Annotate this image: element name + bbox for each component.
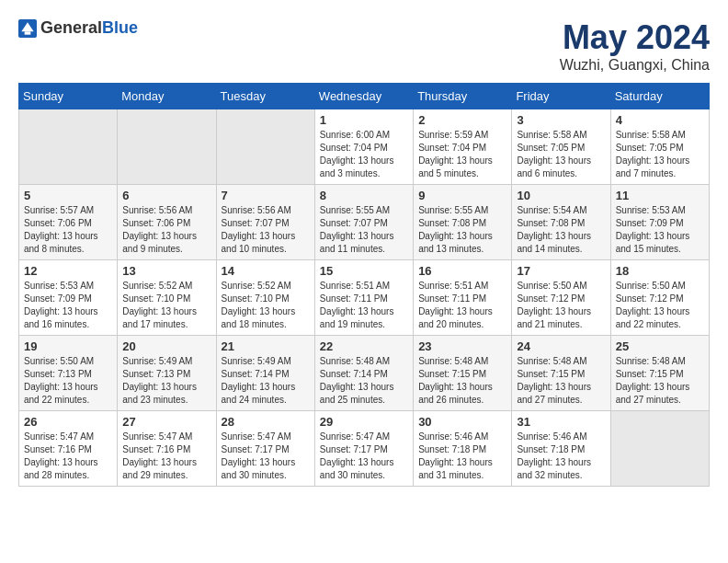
day-info: Sunrise: 5:51 AMSunset: 7:11 PMDaylight:…: [320, 280, 408, 331]
day-number: 20: [122, 339, 210, 353]
calendar-week-row: 12Sunrise: 5:53 AMSunset: 7:09 PMDayligh…: [19, 260, 710, 336]
calendar-cell: 14Sunrise: 5:52 AMSunset: 7:10 PMDayligh…: [216, 260, 314, 336]
day-number: 16: [418, 264, 506, 278]
day-number: 13: [122, 264, 210, 278]
weekday-header-thursday: Thursday: [414, 84, 512, 109]
day-info: Sunrise: 5:52 AMSunset: 7:10 PMDaylight:…: [122, 280, 210, 331]
calendar-cell: 31Sunrise: 5:46 AMSunset: 7:18 PMDayligh…: [512, 411, 610, 487]
calendar-cell: 6Sunrise: 5:56 AMSunset: 7:06 PMDaylight…: [118, 185, 216, 260]
calendar-cell: 5Sunrise: 5:57 AMSunset: 7:06 PMDaylight…: [19, 185, 118, 260]
day-number: 7: [222, 189, 310, 202]
calendar-cell: 3Sunrise: 5:58 AMSunset: 7:05 PMDaylight…: [512, 109, 610, 185]
calendar-cell: 17Sunrise: 5:50 AMSunset: 7:12 PMDayligh…: [512, 260, 610, 336]
day-info: Sunrise: 5:59 AMSunset: 7:04 PMDaylight:…: [418, 129, 506, 180]
day-info: Sunrise: 5:50 AMSunset: 7:12 PMDaylight:…: [616, 280, 704, 331]
weekday-header-row: SundayMondayTuesdayWednesdayThursdayFrid…: [19, 84, 710, 109]
calendar-cell: 25Sunrise: 5:48 AMSunset: 7:15 PMDayligh…: [610, 336, 709, 411]
weekday-header-monday: Monday: [118, 84, 216, 109]
day-info: Sunrise: 5:58 AMSunset: 7:05 PMDaylight:…: [517, 129, 605, 180]
calendar-cell: 7Sunrise: 5:56 AMSunset: 7:07 PMDaylight…: [216, 185, 314, 260]
day-info: Sunrise: 5:50 AMSunset: 7:13 PMDaylight:…: [24, 355, 112, 407]
calendar-week-row: 5Sunrise: 5:57 AMSunset: 7:06 PMDaylight…: [19, 185, 710, 260]
logo: GeneralBlue: [18, 18, 138, 38]
day-info: Sunrise: 5:47 AMSunset: 7:16 PMDaylight:…: [122, 431, 210, 482]
calendar-cell: 8Sunrise: 5:55 AMSunset: 7:07 PMDaylight…: [314, 185, 413, 260]
day-number: 28: [222, 415, 310, 429]
page-header: GeneralBlue May 2024 Wuzhi, Guangxi, Chi…: [18, 18, 710, 74]
day-number: 14: [222, 264, 310, 278]
weekday-header-sunday: Sunday: [19, 84, 118, 109]
calendar-cell: [19, 109, 118, 185]
day-number: 12: [24, 264, 112, 278]
day-info: Sunrise: 5:49 AMSunset: 7:13 PMDaylight:…: [122, 355, 210, 407]
day-info: Sunrise: 5:55 AMSunset: 7:08 PMDaylight:…: [418, 204, 506, 256]
day-number: 2: [418, 113, 506, 127]
day-number: 22: [320, 339, 408, 353]
calendar-cell: 26Sunrise: 5:47 AMSunset: 7:16 PMDayligh…: [19, 411, 118, 487]
day-info: Sunrise: 5:57 AMSunset: 7:06 PMDaylight:…: [24, 204, 112, 256]
calendar-cell: 18Sunrise: 5:50 AMSunset: 7:12 PMDayligh…: [610, 260, 709, 336]
calendar-cell: 21Sunrise: 5:49 AMSunset: 7:14 PMDayligh…: [216, 336, 314, 411]
calendar-cell: 16Sunrise: 5:51 AMSunset: 7:11 PMDayligh…: [414, 260, 512, 336]
calendar-cell: 19Sunrise: 5:50 AMSunset: 7:13 PMDayligh…: [19, 336, 118, 411]
day-number: 21: [222, 339, 310, 353]
weekday-header-wednesday: Wednesday: [314, 84, 413, 109]
day-info: Sunrise: 5:48 AMSunset: 7:14 PMDaylight:…: [320, 355, 408, 407]
calendar-cell: 23Sunrise: 5:48 AMSunset: 7:15 PMDayligh…: [414, 336, 512, 411]
calendar-cell: 9Sunrise: 5:55 AMSunset: 7:08 PMDaylight…: [414, 185, 512, 260]
day-number: 4: [616, 113, 704, 127]
day-number: 1: [320, 113, 408, 127]
day-info: Sunrise: 5:47 AMSunset: 7:17 PMDaylight:…: [320, 431, 408, 482]
calendar-cell: 27Sunrise: 5:47 AMSunset: 7:16 PMDayligh…: [118, 411, 216, 487]
day-number: 31: [517, 415, 605, 429]
location-title: Wuzhi, Guangxi, China: [560, 57, 710, 74]
day-number: 5: [24, 189, 112, 202]
day-number: 3: [517, 113, 605, 127]
day-info: Sunrise: 5:52 AMSunset: 7:10 PMDaylight:…: [222, 280, 310, 331]
day-info: Sunrise: 5:47 AMSunset: 7:16 PMDaylight:…: [24, 431, 112, 482]
day-number: 15: [320, 264, 408, 278]
calendar-cell: [118, 109, 216, 185]
calendar-cell: 4Sunrise: 5:58 AMSunset: 7:05 PMDaylight…: [610, 109, 709, 185]
day-number: 18: [616, 264, 704, 278]
calendar-week-row: 1Sunrise: 6:00 AMSunset: 7:04 PMDaylight…: [19, 109, 710, 185]
day-info: Sunrise: 6:00 AMSunset: 7:04 PMDaylight:…: [320, 129, 408, 180]
calendar-cell: 10Sunrise: 5:54 AMSunset: 7:08 PMDayligh…: [512, 185, 610, 260]
day-number: 30: [418, 415, 506, 429]
day-info: Sunrise: 5:53 AMSunset: 7:09 PMDaylight:…: [616, 204, 704, 256]
day-info: Sunrise: 5:49 AMSunset: 7:14 PMDaylight:…: [222, 355, 310, 407]
day-number: 24: [517, 339, 605, 353]
day-number: 9: [418, 189, 506, 202]
calendar-cell: 2Sunrise: 5:59 AMSunset: 7:04 PMDaylight…: [414, 109, 512, 185]
calendar-cell: [610, 411, 709, 487]
calendar-cell: 12Sunrise: 5:53 AMSunset: 7:09 PMDayligh…: [19, 260, 118, 336]
day-number: 27: [122, 415, 210, 429]
day-info: Sunrise: 5:56 AMSunset: 7:07 PMDaylight:…: [222, 204, 310, 256]
day-number: 25: [616, 339, 704, 353]
weekday-header-saturday: Saturday: [610, 84, 709, 109]
calendar-week-row: 19Sunrise: 5:50 AMSunset: 7:13 PMDayligh…: [19, 336, 710, 411]
day-info: Sunrise: 5:46 AMSunset: 7:18 PMDaylight:…: [517, 431, 605, 482]
logo-blue-text: Blue: [102, 18, 138, 37]
day-number: 26: [24, 415, 112, 429]
day-info: Sunrise: 5:48 AMSunset: 7:15 PMDaylight:…: [616, 355, 704, 407]
day-info: Sunrise: 5:58 AMSunset: 7:05 PMDaylight:…: [616, 129, 704, 180]
day-info: Sunrise: 5:56 AMSunset: 7:06 PMDaylight:…: [122, 204, 210, 256]
day-number: 23: [418, 339, 506, 353]
logo-icon: [18, 19, 37, 38]
calendar-cell: 30Sunrise: 5:46 AMSunset: 7:18 PMDayligh…: [414, 411, 512, 487]
calendar-cell: 13Sunrise: 5:52 AMSunset: 7:10 PMDayligh…: [118, 260, 216, 336]
day-number: 29: [320, 415, 408, 429]
calendar-cell: 29Sunrise: 5:47 AMSunset: 7:17 PMDayligh…: [314, 411, 413, 487]
weekday-header-tuesday: Tuesday: [216, 84, 314, 109]
calendar-cell: 15Sunrise: 5:51 AMSunset: 7:11 PMDayligh…: [314, 260, 413, 336]
day-info: Sunrise: 5:48 AMSunset: 7:15 PMDaylight:…: [418, 355, 506, 407]
calendar-table: SundayMondayTuesdayWednesdayThursdayFrid…: [18, 83, 710, 487]
day-info: Sunrise: 5:46 AMSunset: 7:18 PMDaylight:…: [418, 431, 506, 482]
title-area: May 2024 Wuzhi, Guangxi, China: [560, 18, 710, 74]
calendar-cell: 28Sunrise: 5:47 AMSunset: 7:17 PMDayligh…: [216, 411, 314, 487]
calendar-cell: 22Sunrise: 5:48 AMSunset: 7:14 PMDayligh…: [314, 336, 413, 411]
svg-rect-2: [25, 31, 31, 34]
calendar-cell: 24Sunrise: 5:48 AMSunset: 7:15 PMDayligh…: [512, 336, 610, 411]
day-info: Sunrise: 5:55 AMSunset: 7:07 PMDaylight:…: [320, 204, 408, 256]
